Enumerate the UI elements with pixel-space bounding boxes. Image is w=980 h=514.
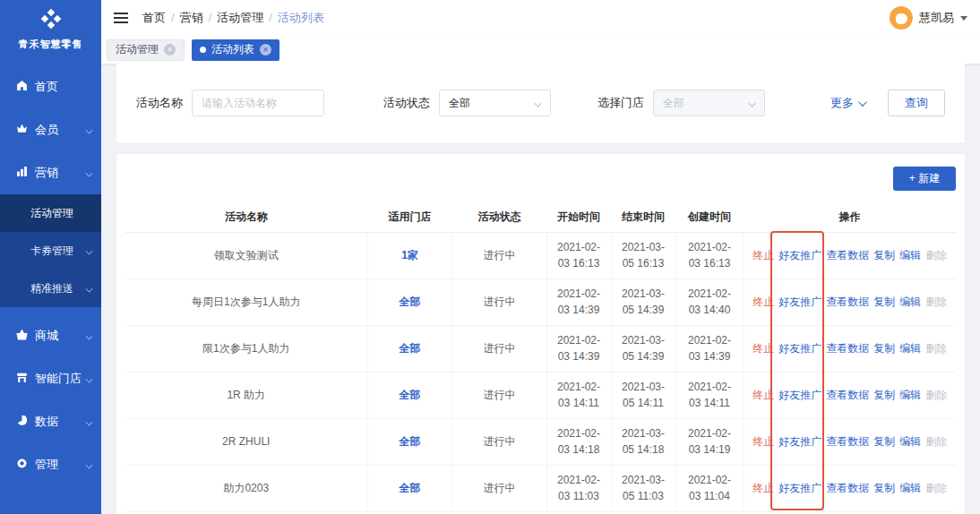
chevron-down-icon	[86, 375, 93, 382]
view-data-link[interactable]: 查看数据	[826, 388, 869, 403]
store-link[interactable]: 全部	[400, 296, 421, 308]
chevron-down-icon	[749, 99, 756, 107]
breadcrumb-marketing[interactable]: 营销	[180, 10, 212, 26]
table-row: 每周日1次参与1人助力 全部 进行中 2021-02-03 14:39 2021…	[125, 278, 956, 325]
chevron-down-icon	[86, 126, 93, 133]
end-time-cell: 2021-03-05 11:03	[611, 465, 675, 511]
terminate-link[interactable]: 终止	[752, 388, 774, 403]
view-data-link[interactable]: 查看数据	[826, 434, 869, 450]
sidebar-item-activity-management[interactable]: 活动管理	[0, 194, 101, 232]
start-time-cell: 2021-02-03 14:18	[546, 418, 611, 465]
basket-icon	[16, 329, 28, 343]
terminate-link[interactable]: 终止	[752, 341, 774, 356]
store-link[interactable]: 1家	[401, 249, 418, 261]
friend-promotion-link[interactable]: 好友推广	[778, 388, 821, 403]
storefront-icon	[16, 372, 28, 386]
created-time-cell: 2021-02-03 14:11	[675, 372, 744, 418]
col-status: 活动状态	[452, 203, 546, 232]
edit-link[interactable]: 编辑	[899, 248, 921, 263]
activity-status-select[interactable]: 全部	[439, 90, 551, 116]
home-icon	[16, 80, 28, 94]
copy-link[interactable]: 复制	[873, 295, 895, 310]
friend-promotion-link[interactable]: 好友推广	[778, 341, 821, 356]
breadcrumb: 首页 营销 活动管理 活动列表	[142, 10, 324, 26]
view-data-link[interactable]: 查看数据	[826, 248, 869, 263]
sidebar-item-marketing[interactable]: 营销	[0, 151, 101, 194]
operations-cell: 终止 好友推广 查看数据 复制 编辑 删除	[744, 278, 956, 325]
friend-promotion-link[interactable]: 好友推广	[778, 434, 821, 450]
edit-link[interactable]: 编辑	[899, 295, 921, 310]
col-store: 适用门店	[367, 203, 452, 232]
activity-table: 活动名称 适用门店 活动状态 开始时间 结束时间 创建时间 操作 领取文验测试 …	[125, 203, 956, 512]
chevron-down-icon	[86, 247, 93, 254]
table-row: 1R 助力 全部 进行中 2021-02-03 14:11 2021-03-05…	[125, 372, 956, 418]
sidebar-item-home[interactable]: 首页	[0, 65, 101, 108]
create-button[interactable]: + 新建	[893, 167, 956, 191]
user-menu[interactable]: 慧凯易	[890, 6, 967, 30]
sidebar-item-data[interactable]: 数据	[0, 400, 101, 443]
store-cell: 全部	[367, 372, 452, 418]
view-data-link[interactable]: 查看数据	[826, 341, 869, 356]
sidebar-item-smart-store[interactable]: 智能门店	[0, 357, 101, 400]
sidebar-item-coupon-management[interactable]: 卡券管理	[0, 232, 101, 270]
copy-link[interactable]: 复制	[873, 341, 895, 356]
view-data-link[interactable]: 查看数据	[826, 295, 869, 310]
edit-link[interactable]: 编辑	[899, 481, 921, 496]
terminate-link[interactable]: 终止	[752, 295, 774, 310]
col-created-time: 创建时间	[675, 203, 744, 232]
view-data-link[interactable]: 查看数据	[826, 481, 869, 496]
col-operations: 操作	[744, 203, 956, 232]
sidebar-item-admin[interactable]: 管理	[0, 443, 101, 486]
table-header-row: 活动名称 适用门店 活动状态 开始时间 结束时间 创建时间 操作	[125, 203, 956, 232]
terminate-link[interactable]: 终止	[752, 434, 774, 450]
terminate-link[interactable]: 终止	[752, 481, 774, 496]
store-link[interactable]: 全部	[400, 435, 421, 448]
sidebar-item-mall[interactable]: 商城	[0, 314, 101, 357]
copy-link[interactable]: 复制	[873, 388, 895, 403]
terminate-link[interactable]: 终止	[752, 248, 774, 263]
end-time-cell: 2021-03-05 16:13	[611, 232, 675, 278]
chevron-down-icon	[86, 418, 93, 425]
friend-promotion-link[interactable]: 好友推广	[778, 295, 821, 310]
col-end-time: 结束时间	[611, 203, 675, 232]
close-icon[interactable]: ×	[260, 44, 271, 56]
breadcrumb-home[interactable]: 首页	[142, 10, 175, 26]
store-select[interactable]: 全部	[653, 90, 765, 116]
activity-name-input[interactable]	[192, 90, 324, 116]
status-cell: 进行中	[452, 278, 546, 325]
activity-table-panel: + 新建 活动名称 适用门店 活动状态 开始时间 结束时间 创建时间 操作	[116, 154, 965, 514]
friend-promotion-link[interactable]: 好友推广	[778, 248, 821, 263]
collapse-menu-icon[interactable]	[114, 12, 128, 24]
user-name: 慧凯易	[919, 10, 954, 26]
filter-panel: 活动名称 活动状态 全部 选择门店 全部 更多 查询	[116, 63, 965, 143]
store-cell: 全部	[367, 278, 452, 325]
friend-promotion-link[interactable]: 好友推广	[778, 481, 821, 496]
edit-link[interactable]: 编辑	[899, 388, 921, 403]
activity-name-cell: 领取文验测试	[125, 232, 367, 278]
edit-link[interactable]: 编辑	[899, 434, 921, 450]
tab-activity-list[interactable]: 活动列表 ×	[192, 39, 279, 61]
created-time-cell: 2021-02-03 11:04	[675, 465, 744, 511]
operations-cell: 终止 好友推广 查看数据 复制 编辑 删除	[744, 418, 956, 465]
tab-activity-management[interactable]: 活动管理 ×	[107, 39, 185, 61]
store-link[interactable]: 全部	[400, 342, 421, 355]
copy-link[interactable]: 复制	[873, 481, 895, 496]
activity-name-cell: 限1次参与1人助力	[125, 325, 367, 372]
edit-link[interactable]: 编辑	[899, 341, 921, 356]
sidebar-item-precise-push[interactable]: 精准推送	[0, 270, 101, 307]
logo-icon	[0, 9, 101, 32]
more-filters-link[interactable]: 更多	[830, 95, 864, 111]
status-cell: 进行中	[452, 418, 546, 465]
table-row: 2R ZHULI 全部 进行中 2021-02-03 14:18 2021-03…	[125, 418, 956, 465]
close-icon[interactable]: ×	[164, 44, 176, 56]
store-link[interactable]: 全部	[400, 482, 421, 494]
breadcrumb-activity-management[interactable]: 活动管理	[217, 10, 272, 26]
copy-link[interactable]: 复制	[873, 248, 895, 263]
copy-link[interactable]: 复制	[873, 434, 895, 450]
search-button[interactable]: 查询	[888, 90, 945, 116]
store-cell: 全部	[367, 418, 452, 465]
created-time-cell: 2021-02-03 16:13	[675, 232, 744, 278]
sidebar-item-member[interactable]: 会员	[0, 108, 101, 151]
start-time-cell: 2021-02-03 11:03	[546, 465, 611, 511]
store-link[interactable]: 全部	[400, 389, 421, 401]
